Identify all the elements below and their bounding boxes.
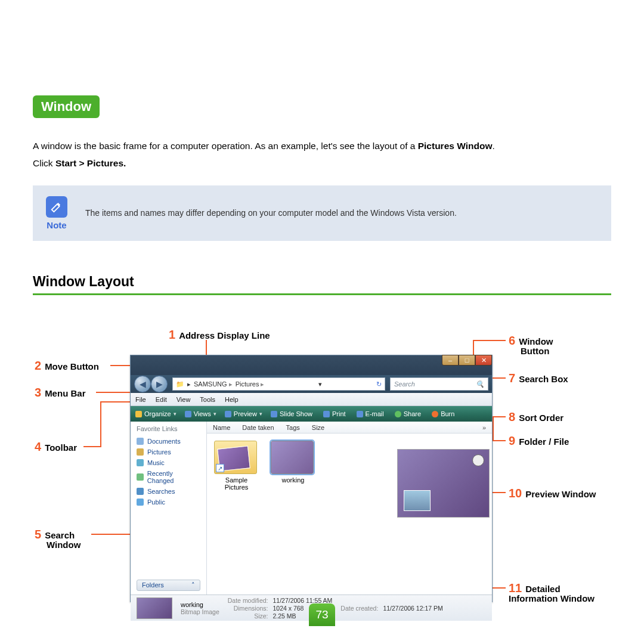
- subsection-title: Window Layout: [33, 274, 611, 290]
- callout-2-num: 2: [35, 359, 41, 372]
- image-thumb: [271, 441, 314, 474]
- toolbar-print[interactable]: Print: [323, 410, 348, 417]
- note-text: The items and names may differ depending…: [85, 207, 457, 219]
- address-bar[interactable]: 📁 ▸ SAMSUNG Pictures ▾ ↻: [172, 377, 385, 391]
- details-thumb: [137, 597, 172, 619]
- file-item-folder[interactable]: ↗ Sample Pictures: [214, 441, 259, 491]
- columns-expand[interactable]: »: [476, 424, 492, 431]
- connector-line: [91, 534, 130, 535]
- callout-11b-label: Information Window: [509, 593, 595, 603]
- sidebar-item-music[interactable]: Music: [137, 457, 200, 468]
- folders-label: Folders: [142, 581, 164, 589]
- folder-icon: 📁: [176, 380, 184, 388]
- callout-9: 9Folder / File: [509, 434, 569, 448]
- toolbar-organize[interactable]: Organize: [135, 410, 177, 417]
- details-label: Date created:: [340, 605, 378, 612]
- details-value: 11/27/2006 12:17 PM: [383, 605, 442, 612]
- toolbar-label: E-mail: [366, 410, 384, 417]
- toolbar-burn[interactable]: Burn: [432, 410, 457, 417]
- callout-11-label: Detailed: [525, 584, 560, 594]
- menu-view[interactable]: View: [177, 396, 191, 403]
- menu-file[interactable]: File: [135, 396, 146, 403]
- toolbar-label: Burn: [441, 410, 454, 417]
- column-size[interactable]: Size: [306, 424, 330, 431]
- callout-4-num: 4: [35, 440, 41, 453]
- connector-line: [83, 446, 100, 447]
- connector-line: [110, 365, 130, 366]
- breadcrumb-item[interactable]: SAMSUNG: [194, 380, 233, 388]
- menu-bar: File Edit View Tools Help: [131, 393, 492, 406]
- recent-icon: [137, 473, 144, 481]
- column-date[interactable]: Date taken: [236, 424, 280, 431]
- folder-thumb: ↗: [214, 441, 257, 474]
- callout-1-label: Address Display Line: [179, 330, 270, 340]
- menu-tools[interactable]: Tools: [200, 396, 215, 403]
- file-item-image[interactable]: working: [271, 441, 315, 491]
- forward-button[interactable]: ▶: [151, 376, 168, 392]
- sidebar-item-pictures[interactable]: Pictures: [137, 447, 200, 457]
- callout-3: 3Menu Bar: [35, 386, 85, 400]
- connector-line: [493, 416, 506, 417]
- note-box: Note The items and names may differ depe…: [33, 185, 611, 241]
- toolbar-email[interactable]: E-mail: [357, 410, 386, 417]
- favorites-title: Favorite Links: [137, 425, 200, 432]
- column-tags[interactable]: Tags: [280, 424, 306, 431]
- callout-6b: Button: [521, 346, 549, 356]
- callout-3-label: Menu Bar: [45, 388, 85, 398]
- menu-edit[interactable]: Edit: [156, 396, 167, 403]
- details-value: 11/27/2006 11:55 AM: [273, 597, 332, 604]
- callout-1-num: 1: [169, 328, 175, 341]
- toolbar-preview[interactable]: Preview: [225, 410, 262, 417]
- documents-icon: [137, 438, 144, 445]
- search-input[interactable]: Search 🔍: [390, 377, 488, 391]
- file-label: Sample Pictures: [214, 476, 259, 491]
- menu-help[interactable]: Help: [225, 396, 239, 403]
- intro-bold: Pictures Window: [418, 141, 493, 151]
- intro-suffix: .: [492, 141, 494, 151]
- callout-6-num: 6: [509, 334, 515, 347]
- callout-6-label: Window: [519, 336, 553, 346]
- page-number: 73: [309, 603, 335, 626]
- refresh-icon[interactable]: ↻: [376, 380, 382, 388]
- callout-7-label: Search Box: [519, 374, 568, 384]
- back-button[interactable]: ◀: [134, 376, 151, 392]
- sidebar-item-searches[interactable]: Searches: [137, 486, 200, 497]
- sidebar-label: Music: [147, 459, 165, 466]
- callout-1: 1Address Display Line: [169, 328, 270, 342]
- details-label: Dimensions:: [228, 605, 268, 612]
- sidebar-item-public[interactable]: Public: [137, 497, 200, 507]
- details-filename: working: [181, 601, 219, 608]
- column-headers: Name Date taken Tags Size »: [207, 422, 492, 434]
- sidebar-item-documents[interactable]: Documents: [137, 436, 200, 447]
- connector-line: [100, 401, 130, 402]
- folders-expand-button[interactable]: Folders˄: [137, 580, 200, 591]
- maximize-button[interactable]: □: [459, 355, 475, 366]
- toolbar-slideshow[interactable]: Slide Show: [271, 410, 315, 417]
- intro-text: A window is the basic frame for a comput…: [33, 139, 611, 153]
- sidebar-item-recent[interactable]: Recently Changed: [137, 468, 200, 486]
- search-placeholder: Search: [394, 380, 415, 388]
- note-label: Note: [47, 220, 66, 230]
- callout-8-label: Sort Order: [519, 413, 564, 423]
- click-prefix: Click: [33, 158, 55, 168]
- callout-4: 4Toolbar: [35, 440, 77, 454]
- pictures-icon: [137, 448, 144, 456]
- toolbar-views[interactable]: Views: [185, 410, 216, 417]
- connector-line: [96, 392, 130, 393]
- click-bold: Start > Pictures.: [55, 158, 126, 168]
- connector-line: [100, 402, 101, 447]
- toolbar-share[interactable]: Share: [395, 410, 423, 417]
- callout-4-label: Toolbar: [45, 442, 77, 453]
- column-name[interactable]: Name: [207, 424, 236, 431]
- preview-sub-thumb: [404, 490, 431, 511]
- minimize-button[interactable]: –: [442, 355, 459, 366]
- callout-6b-label: Button: [521, 346, 549, 356]
- callout-2-label: Move Button: [45, 361, 99, 371]
- callout-11-num: 11: [509, 581, 522, 595]
- close-button[interactable]: ✕: [475, 355, 492, 366]
- sidebar-label: Public: [147, 499, 165, 506]
- details-label: Date modified:: [228, 597, 268, 604]
- details-filetype: Bitmap Image: [181, 608, 219, 615]
- preview-pane: [397, 449, 490, 518]
- breadcrumb-item[interactable]: Pictures: [236, 380, 265, 388]
